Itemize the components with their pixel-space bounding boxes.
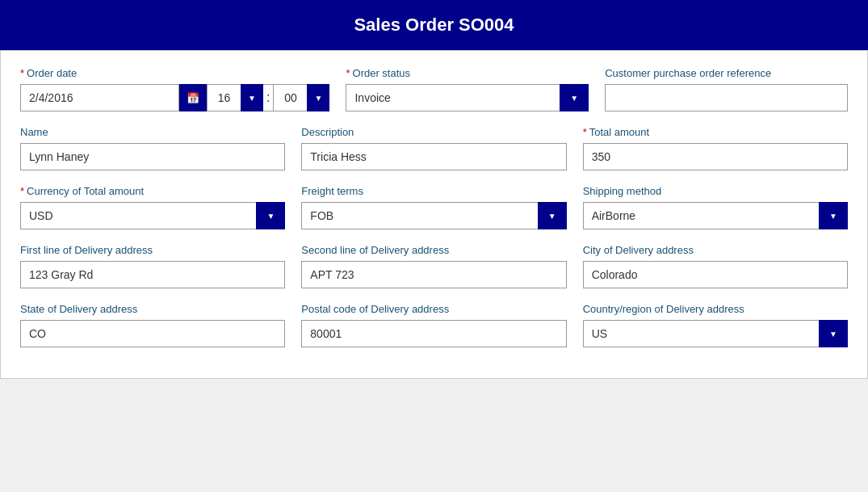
currency-input[interactable]: [20, 202, 256, 229]
order-date-input[interactable]: [20, 84, 179, 111]
country-field: Country/region of Delivery address: [583, 303, 848, 347]
order-status-select-wrapper: [346, 84, 589, 111]
chevron-down-icon-7: [829, 328, 837, 339]
hour-arrow-button[interactable]: [241, 84, 263, 111]
freight-terms-select-wrapper: [301, 202, 566, 229]
delivery-line2-field: Second line of Delivery address: [301, 244, 566, 288]
chevron-down-icon-6: [829, 210, 837, 221]
required-star-currency: *: [20, 185, 24, 197]
calendar-icon: [187, 91, 199, 104]
required-star-status: *: [346, 67, 350, 79]
delivery-line1-field: First line of Delivery address: [20, 244, 285, 288]
hour-input[interactable]: [207, 84, 241, 111]
description-field: Description: [301, 126, 566, 170]
shipping-method-field: Shipping method: [583, 185, 848, 229]
row-4: First line of Delivery address Second li…: [20, 244, 848, 288]
country-input[interactable]: [583, 320, 819, 347]
order-status-label: *Order status: [346, 67, 589, 79]
state-field: State of Delivery address: [20, 303, 285, 347]
cust-po-ref-label: Customer purchase order reference: [605, 67, 848, 79]
shipping-method-label: Shipping method: [583, 185, 848, 197]
order-date-label: *Order date: [20, 67, 329, 79]
order-date-input-group: :: [20, 84, 329, 111]
chevron-down-icon: [248, 93, 256, 103]
description-label: Description: [301, 126, 566, 138]
row-3: *Currency of Total amount Freight terms …: [20, 185, 848, 229]
city-input[interactable]: [583, 261, 848, 288]
currency-label: *Currency of Total amount: [20, 185, 285, 197]
cust-po-ref-input[interactable]: [605, 84, 848, 111]
row-5: State of Delivery address Postal code of…: [20, 303, 848, 347]
hour-input-group: [207, 84, 263, 111]
page-title: Sales Order SO004: [354, 15, 514, 35]
delivery-line2-input[interactable]: [301, 261, 566, 288]
country-dropdown-button[interactable]: [819, 320, 848, 347]
freight-terms-field: Freight terms: [301, 185, 566, 229]
chevron-down-icon-3: [570, 92, 578, 103]
shipping-method-select-wrapper: [583, 202, 848, 229]
calendar-button[interactable]: [179, 84, 207, 111]
currency-select-wrapper: [20, 202, 285, 229]
city-field: City of Delivery address: [583, 244, 848, 288]
delivery-line1-input[interactable]: [20, 261, 285, 288]
name-input[interactable]: [20, 143, 285, 170]
currency-field: *Currency of Total amount: [20, 185, 285, 229]
required-star-total: *: [583, 126, 587, 138]
min-arrow-button[interactable]: [307, 84, 329, 111]
form-container: *Order date : *Order status: [0, 50, 868, 379]
chevron-down-icon-5: [548, 210, 556, 221]
state-input[interactable]: [20, 320, 285, 347]
order-status-input[interactable]: [346, 84, 560, 111]
description-input[interactable]: [301, 143, 566, 170]
postal-field: Postal code of Delivery address: [301, 303, 566, 347]
total-amount-label: *Total amount: [583, 126, 848, 138]
cust-po-ref-field: Customer purchase order reference: [605, 67, 848, 111]
delivery-line2-label: Second line of Delivery address: [301, 244, 566, 256]
chevron-down-icon-4: [266, 210, 275, 221]
postal-input[interactable]: [301, 320, 566, 347]
chevron-down-icon-2: [315, 93, 323, 103]
total-amount-input[interactable]: [583, 143, 848, 170]
name-field: Name: [20, 126, 285, 170]
time-separator: :: [263, 84, 273, 111]
freight-terms-label: Freight terms: [301, 185, 566, 197]
postal-label: Postal code of Delivery address: [301, 303, 566, 315]
state-label: State of Delivery address: [20, 303, 285, 315]
order-status-dropdown-button[interactable]: [560, 84, 589, 111]
order-date-field: *Order date :: [20, 67, 329, 111]
total-amount-field: *Total amount: [583, 126, 848, 170]
country-label: Country/region of Delivery address: [583, 303, 848, 315]
shipping-method-input[interactable]: [583, 202, 819, 229]
row-1: *Order date : *Order status: [20, 67, 848, 111]
order-status-field: *Order status: [346, 67, 589, 111]
currency-dropdown-button[interactable]: [256, 202, 285, 229]
freight-terms-dropdown-button[interactable]: [538, 202, 567, 229]
required-star-order-date: *: [20, 67, 24, 79]
page-header: Sales Order SO004: [0, 0, 868, 50]
min-input[interactable]: [273, 84, 307, 111]
freight-terms-input[interactable]: [301, 202, 537, 229]
delivery-line1-label: First line of Delivery address: [20, 244, 285, 256]
row-2: Name Description *Total amount: [20, 126, 848, 170]
name-label: Name: [20, 126, 285, 138]
country-select-wrapper: [583, 320, 848, 347]
city-label: City of Delivery address: [583, 244, 848, 256]
shipping-method-dropdown-button[interactable]: [819, 202, 848, 229]
min-input-group: [273, 84, 329, 111]
